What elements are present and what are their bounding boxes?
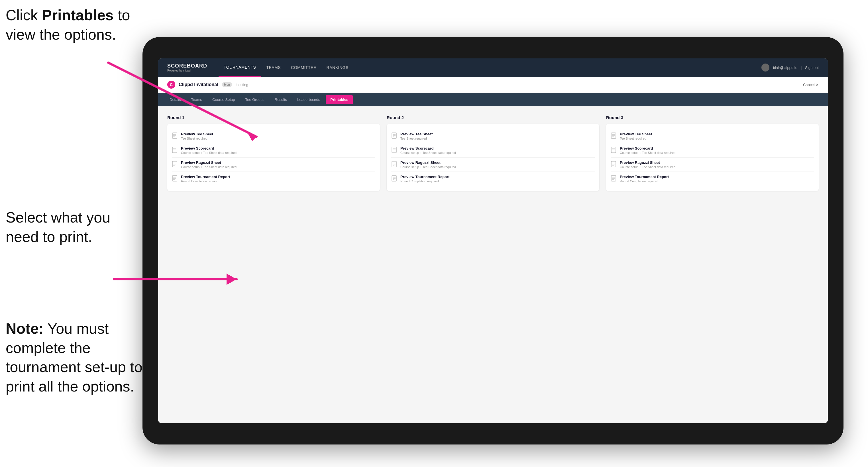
- tab-results[interactable]: Results: [270, 95, 291, 104]
- brand: SCOREBOARD Powered by clippd: [167, 63, 207, 72]
- r3-raguzzi-icon: [611, 161, 617, 168]
- tee-sheet-icon: [172, 132, 178, 140]
- round3-scorecard-sub: Course setup + Tee Sheet data required: [620, 151, 675, 154]
- round2-report-title: Preview Tournament Report: [400, 175, 450, 179]
- round-2-title: Round 2: [387, 115, 599, 120]
- round2-tee-sheet-sub: Tee Sheet required: [400, 137, 433, 140]
- annotation-bottom: Note: You must complete the tournament s…: [6, 319, 148, 396]
- round2-raguzzi-title: Preview Raguzzi Sheet: [400, 160, 456, 165]
- round2-scorecard-sub: Course setup + Tee Sheet data required: [400, 151, 456, 154]
- tab-course-setup[interactable]: Course Setup: [208, 95, 240, 104]
- round-3-title: Round 3: [606, 115, 819, 120]
- tournament-name: Clippd Invitational: [179, 82, 218, 87]
- sub-nav: Details Teams Course Setup Tee Groups Re…: [158, 93, 828, 106]
- round1-scorecard-sub: Course setup + Tee Sheet data required: [181, 151, 237, 154]
- annotation-top: Click Printables toview the options.: [6, 6, 130, 44]
- round2-report[interactable]: Preview Tournament Report Round Completi…: [391, 172, 595, 186]
- tab-details[interactable]: Details: [165, 95, 186, 104]
- tab-teams[interactable]: Teams: [187, 95, 207, 104]
- round3-raguzzi-title: Preview Raguzzi Sheet: [620, 160, 675, 165]
- tablet-device: SCOREBOARD Powered by clippd TOURNAMENTS…: [143, 37, 843, 444]
- tournament-logo: C: [167, 81, 175, 89]
- round-1-section: Round 1: [167, 115, 380, 191]
- round1-raguzzi[interactable]: Preview Raguzzi Sheet Course setup + Tee…: [172, 158, 375, 172]
- round3-tee-sheet[interactable]: Preview Tee Sheet Tee Sheet required: [611, 129, 814, 143]
- nav-right: blair@clippd.io | Sign out: [762, 64, 819, 71]
- sign-out-link[interactable]: Sign out: [805, 65, 819, 70]
- round1-scorecard-title: Preview Scorecard: [181, 146, 237, 150]
- r3-scorecard-icon: [611, 147, 617, 154]
- round1-tee-sheet[interactable]: Preview Tee Sheet Tee Sheet required: [172, 129, 375, 143]
- tournament-info: C Clippd Invitational Men Hosting: [167, 81, 248, 89]
- tab-tee-groups[interactable]: Tee Groups: [241, 95, 269, 104]
- round1-raguzzi-sub: Course setup + Tee Sheet data required: [181, 165, 237, 169]
- round3-report-sub: Round Completion required: [620, 180, 669, 183]
- tournament-status: Hosting: [236, 83, 248, 87]
- round3-tee-sheet-sub: Tee Sheet required: [620, 137, 652, 140]
- printables-bold: Printables: [42, 7, 114, 23]
- r2-raguzzi-icon: [391, 161, 398, 168]
- annotation-middle: Select what you need to print.: [6, 208, 125, 246]
- r3-report-icon: [611, 175, 617, 183]
- raguzzi-icon: [172, 161, 178, 168]
- round1-raguzzi-title: Preview Raguzzi Sheet: [181, 160, 237, 165]
- rounds-grid: Round 1: [167, 115, 819, 191]
- round3-scorecard[interactable]: Preview Scorecard Course setup + Tee She…: [611, 143, 814, 158]
- brand-sub: Powered by clippd: [167, 69, 207, 72]
- main-content: Round 1: [158, 106, 828, 423]
- tournament-header: C Clippd Invitational Men Hosting Cancel…: [158, 76, 828, 93]
- round2-raguzzi[interactable]: Preview Raguzzi Sheet Course setup + Tee…: [391, 158, 595, 172]
- round2-tee-sheet-title: Preview Tee Sheet: [400, 132, 433, 136]
- report-icon: [172, 175, 178, 183]
- round-2-card: Preview Tee Sheet Tee Sheet required Pre…: [387, 124, 599, 191]
- brand-title: SCOREBOARD: [167, 63, 207, 69]
- round3-raguzzi-sub: Course setup + Tee Sheet data required: [620, 165, 675, 169]
- round2-scorecard-title: Preview Scorecard: [400, 146, 456, 150]
- round2-report-sub: Round Completion required: [400, 180, 450, 183]
- cancel-button[interactable]: Cancel ✕: [803, 83, 819, 87]
- r2-tee-sheet-icon: [391, 132, 398, 140]
- tab-leaderboards[interactable]: Leaderboards: [293, 95, 324, 104]
- round3-report[interactable]: Preview Tournament Report Round Completi…: [611, 172, 814, 186]
- round1-report-title: Preview Tournament Report: [181, 175, 230, 179]
- round3-raguzzi[interactable]: Preview Raguzzi Sheet Course setup + Tee…: [611, 158, 814, 172]
- round3-scorecard-title: Preview Scorecard: [620, 146, 675, 150]
- round2-scorecard[interactable]: Preview Scorecard Course setup + Tee She…: [391, 143, 595, 158]
- tournament-badge: Men: [222, 82, 232, 87]
- round2-tee-sheet[interactable]: Preview Tee Sheet Tee Sheet required: [391, 129, 595, 143]
- round1-report-sub: Round Completion required: [181, 180, 230, 183]
- tablet-screen: SCOREBOARD Powered by clippd TOURNAMENTS…: [158, 58, 828, 423]
- r2-report-icon: [391, 175, 398, 183]
- round3-tee-sheet-title: Preview Tee Sheet: [620, 132, 652, 136]
- round3-report-title: Preview Tournament Report: [620, 175, 669, 179]
- scorecard-icon: [172, 147, 178, 154]
- r2-scorecard-icon: [391, 147, 398, 154]
- round1-report[interactable]: Preview Tournament Report Round Completi…: [172, 172, 375, 186]
- round-1-title: Round 1: [167, 115, 380, 120]
- user-avatar: [762, 64, 769, 71]
- tab-printables[interactable]: Printables: [326, 95, 353, 104]
- round-1-card: Preview Tee Sheet Tee Sheet required: [167, 124, 380, 191]
- user-email: blair@clippd.io: [773, 65, 797, 70]
- top-nav: SCOREBOARD Powered by clippd TOURNAMENTS…: [158, 58, 828, 76]
- nav-rankings[interactable]: RANKINGS: [321, 58, 354, 76]
- round-3-section: Round 3 Preview Tee Sheet Tee Sheet requ…: [606, 115, 819, 191]
- round-3-card: Preview Tee Sheet Tee Sheet required Pre…: [606, 124, 819, 191]
- round2-raguzzi-sub: Course setup + Tee Sheet data required: [400, 165, 456, 169]
- nav-teams[interactable]: TEAMS: [261, 58, 286, 76]
- round1-tee-sheet-title: Preview Tee Sheet: [181, 132, 213, 136]
- separator: |: [801, 65, 802, 70]
- round1-tee-sheet-sub: Tee Sheet required: [181, 137, 213, 140]
- nav-tournaments[interactable]: TOURNAMENTS: [219, 58, 261, 76]
- round1-scorecard[interactable]: Preview Scorecard Course setup + Tee She…: [172, 143, 375, 158]
- round-2-section: Round 2 Preview Tee Sheet Tee Sheet requ…: [387, 115, 599, 191]
- r3-tee-sheet-icon: [611, 132, 617, 140]
- nav-links: TOURNAMENTS TEAMS COMMITTEE RANKINGS: [219, 58, 762, 76]
- nav-committee[interactable]: COMMITTEE: [286, 58, 321, 76]
